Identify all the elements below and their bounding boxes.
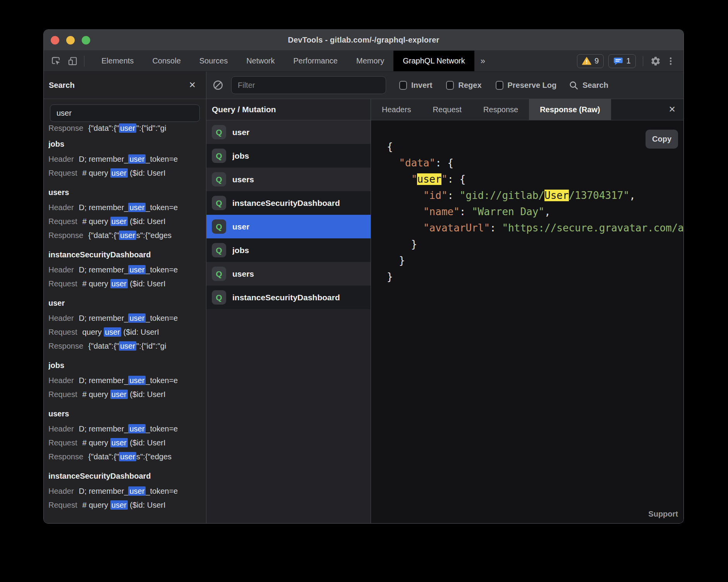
warnings-badge[interactable]: 9 — [577, 54, 604, 68]
json-token: " — [411, 173, 417, 185]
result-row-label: Request — [48, 390, 77, 399]
invert-checkbox[interactable] — [399, 81, 407, 90]
search-result-row[interactable]: Request# query user ($id: UserI — [48, 214, 206, 228]
more-tabs-chevron[interactable]: » — [474, 51, 491, 71]
search-result-row[interactable]: HeaderD; remember_user_token=e — [48, 484, 206, 498]
query-list-item-label: jobs — [232, 246, 249, 255]
devtools-tab-graphql-network[interactable]: GraphQL Network — [393, 51, 474, 71]
gear-icon[interactable] — [650, 56, 661, 67]
traffic-lights — [51, 30, 90, 50]
query-type-badge: Q — [212, 290, 226, 305]
search-result-title: users — [48, 405, 206, 422]
query-list-item[interactable]: Quser — [206, 120, 371, 144]
json-token — [387, 222, 423, 234]
detail-tab-response[interactable]: Response — [472, 99, 529, 120]
detail-tab-request[interactable]: Request — [422, 99, 473, 120]
query-list-item[interactable]: QinstanceSecurityDashboard — [206, 191, 371, 215]
search-match-highlight: user — [119, 341, 136, 351]
query-list-item[interactable]: Qjobs — [206, 144, 371, 168]
search-result-row[interactable]: Response{"data":{"user":{"id":"gi — [48, 339, 206, 353]
detail-tabs-group: HeadersRequestResponseResponse (Raw) — [371, 99, 611, 120]
search-input[interactable] — [50, 104, 200, 122]
minimize-window-button[interactable] — [66, 36, 75, 45]
clear-requests-icon[interactable] — [213, 80, 223, 91]
search-result-row[interactable]: HeaderD; remember_user_token=e — [48, 200, 206, 214]
detail-tab-response-raw[interactable]: Response (Raw) — [529, 99, 611, 120]
json-token: , — [629, 190, 635, 201]
response-raw-json[interactable]: { "data": { "user": { "id": "gid://gitla… — [371, 120, 683, 524]
device-toolbar-icon[interactable] — [67, 56, 78, 66]
json-line: } — [387, 269, 683, 285]
search-result-row[interactable]: Request# query user ($id: UserI — [48, 498, 206, 512]
regex-checkbox[interactable] — [446, 81, 454, 90]
devtools-tab-elements[interactable]: Elements — [92, 51, 143, 71]
result-row-text: {"data":{"user":{"id":"gi — [88, 123, 166, 133]
search-result-row[interactable]: HeaderD; remember_user_token=e — [48, 311, 206, 325]
search-match-highlight: user — [128, 424, 146, 433]
search-results-list[interactable]: Response{"data":{"user":{"id":"gijobsHea… — [44, 123, 206, 524]
devtools-tab-performance[interactable]: Performance — [284, 51, 347, 71]
json-token — [387, 157, 399, 169]
result-row-label: Header — [48, 314, 74, 322]
devtools-tab-sources[interactable]: Sources — [190, 51, 237, 71]
devtools-tab-network[interactable]: Network — [237, 51, 284, 71]
filter-input[interactable] — [231, 76, 386, 94]
close-detail-icon[interactable]: ✕ — [669, 99, 676, 120]
search-match-highlight: user — [128, 265, 146, 274]
query-list-item[interactable]: QinstanceSecurityDashboard — [206, 286, 371, 309]
kebab-menu-icon[interactable] — [666, 56, 676, 66]
search-result-row[interactable]: Requestquery user ($id: UserI — [48, 325, 206, 339]
query-list-item[interactable]: Quser — [206, 215, 371, 238]
json-line: } — [387, 236, 683, 252]
support-link[interactable]: Support — [648, 510, 678, 519]
request-list-header: Query / Mutation — [206, 99, 371, 120]
json-token: , — [544, 206, 551, 217]
search-result-row[interactable]: HeaderD; remember_user_token=e — [48, 263, 206, 277]
json-match-highlight: User — [544, 190, 569, 201]
result-row-label: Request — [48, 438, 77, 447]
close-window-button[interactable] — [51, 36, 59, 45]
search-result-row[interactable]: Request# query user ($id: UserI — [48, 387, 206, 401]
result-row-label: Header — [48, 487, 74, 495]
result-row-label: Header — [48, 265, 74, 274]
search-result-section: userHeaderD; remember_user_token=eReques… — [48, 294, 206, 353]
search-result-row[interactable]: Response{"data":{"users":{"edges — [48, 228, 206, 242]
query-list-item[interactable]: Qjobs — [206, 238, 371, 262]
toolbar-search[interactable]: Search — [569, 80, 608, 90]
chat-bubble-icon — [613, 57, 623, 65]
search-match-highlight: user — [110, 217, 128, 226]
messages-badge[interactable]: 1 — [608, 54, 635, 68]
search-result-row[interactable]: HeaderD; remember_user_token=e — [48, 152, 206, 166]
window-titlebar[interactable]: DevTools - gitlab.com/-/graphql-explorer — [44, 30, 683, 51]
search-match-highlight: user — [110, 438, 128, 447]
json-line: "id": "gid://gitlab/User/13704317", — [387, 187, 683, 204]
search-result-row[interactable]: Request# query user ($id: UserI — [48, 277, 206, 291]
search-result-row[interactable]: Response{"data":{"users":{"edges — [48, 450, 206, 464]
query-list-item-label: instanceSecurityDashboard — [232, 199, 340, 208]
query-list-item[interactable]: Qusers — [206, 262, 371, 286]
close-search-panel-icon[interactable]: ✕ — [189, 81, 196, 89]
devtools-tab-console[interactable]: Console — [143, 51, 190, 71]
json-token — [387, 173, 411, 185]
search-result-row[interactable]: Response{"data":{"user":{"id":"gi — [48, 123, 206, 135]
tabbar-right-group: 9 1 — [577, 51, 683, 71]
search-match-highlight: user — [110, 390, 128, 399]
json-token: } — [387, 255, 405, 266]
preserve-log-checkbox[interactable] — [496, 81, 503, 90]
query-list-item[interactable]: Qusers — [206, 168, 371, 191]
json-token: "name" — [423, 206, 460, 217]
search-result-row[interactable]: HeaderD; remember_user_token=e — [48, 373, 206, 387]
search-result-row[interactable]: HeaderD; remember_user_token=e — [48, 422, 206, 436]
result-row-label: Response — [48, 452, 83, 461]
devtools-tab-memory[interactable]: Memory — [347, 51, 393, 71]
result-row-label: Response — [48, 231, 83, 240]
search-result-row[interactable]: Request# query user ($id: UserI — [48, 436, 206, 450]
search-result-title: user — [48, 294, 206, 311]
invert-checkbox-label: Invert — [411, 81, 432, 90]
inspect-element-icon[interactable] — [51, 56, 61, 66]
result-row-label: Response — [48, 124, 83, 132]
zoom-window-button[interactable] — [82, 36, 90, 45]
search-result-row[interactable]: Request# query user ($id: UserI — [48, 166, 206, 180]
detail-tab-headers[interactable]: Headers — [371, 99, 422, 120]
copy-button[interactable]: Copy — [646, 130, 678, 149]
